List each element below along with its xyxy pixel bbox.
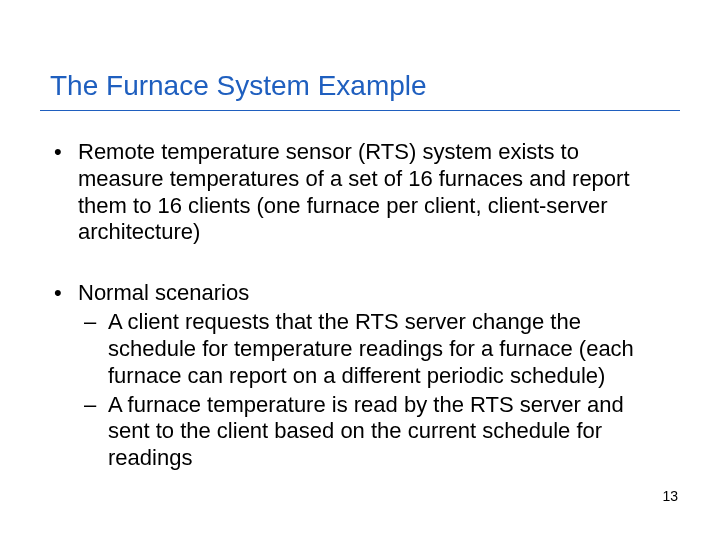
- list-item: Remote temperature sensor (RTS) system e…: [50, 139, 670, 246]
- bullet-list: Remote temperature sensor (RTS) system e…: [40, 139, 680, 472]
- list-item: A client requests that the RTS server ch…: [78, 309, 670, 389]
- list-item: A furnace temperature is read by the RTS…: [78, 392, 670, 472]
- page-number: 13: [662, 488, 678, 504]
- bullet-text: Normal scenarios: [78, 280, 249, 305]
- sub-bullet-list: A client requests that the RTS server ch…: [78, 309, 670, 472]
- bullet-text: Remote temperature sensor (RTS) system e…: [78, 139, 630, 244]
- list-item: Normal scenarios A client requests that …: [50, 280, 670, 472]
- slide: The Furnace System Example Remote temper…: [0, 0, 720, 540]
- slide-title: The Furnace System Example: [40, 70, 680, 111]
- sub-bullet-text: A furnace temperature is read by the RTS…: [108, 392, 624, 471]
- sub-bullet-text: A client requests that the RTS server ch…: [108, 309, 634, 388]
